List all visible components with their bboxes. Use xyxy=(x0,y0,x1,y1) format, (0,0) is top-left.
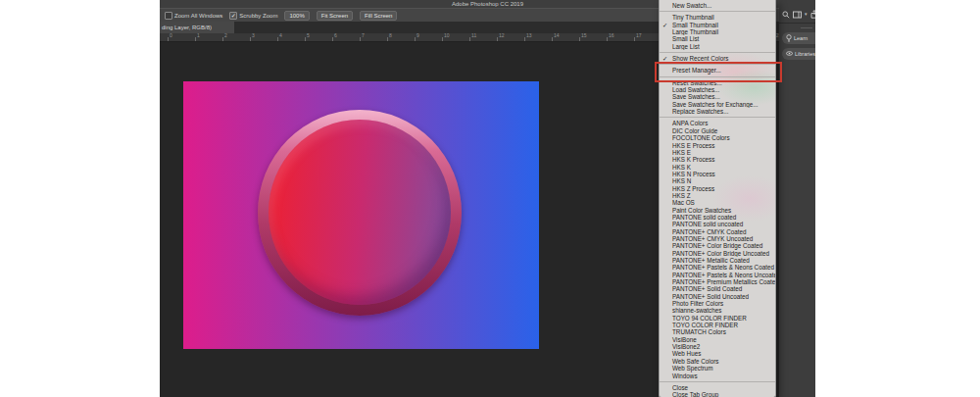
menu-item-toyo-color-finder[interactable]: TOYO COLOR FINDER xyxy=(660,322,775,328)
option-checkbox-zoom-all-windows[interactable]: Zoom All Windows xyxy=(165,12,222,20)
menu-item-pantone-cmyk-coated[interactable]: PANTONE+ CMYK Coated xyxy=(660,228,775,235)
menu-item-pantone-metallic-coated[interactable]: PANTONE+ Metallic Coated xyxy=(660,257,775,264)
checkbox-icon[interactable] xyxy=(165,12,172,20)
ruler-tick-label: 0 xyxy=(170,33,172,38)
menu-item-large-list[interactable]: Large List xyxy=(660,43,775,50)
ruler-tick xyxy=(195,37,196,41)
menu-item-label: PANTONE+ Color Bridge Coated xyxy=(672,242,762,249)
ruler-tick-label: 17 xyxy=(636,33,642,38)
ruler-tick xyxy=(442,37,443,41)
panel-collapse-handle[interactable] xyxy=(801,24,812,28)
menu-item-pantone-pastels-neons-coated[interactable]: PANTONE+ Pastels & Neons Coated xyxy=(660,264,775,271)
ruler-tick-label: 8 xyxy=(389,33,392,38)
menu-item-label: VisiBone2 xyxy=(672,343,700,350)
document-artwork[interactable] xyxy=(183,81,539,349)
lightbulb-icon xyxy=(786,34,792,43)
dock-button-learn[interactable]: Learn xyxy=(782,32,815,44)
menu-item-pantone-pastels-neons-uncoated[interactable]: PANTONE+ Pastels & Neons Uncoated xyxy=(660,272,775,278)
menu-item-pantone-color-bridge-coated[interactable]: PANTONE+ Color Bridge Coated xyxy=(660,242,775,249)
menu-item-visibone2[interactable]: VisiBone2 xyxy=(660,343,775,350)
ruler-tick-label: 6 xyxy=(334,33,337,38)
menu-item-label: HKS Z Process xyxy=(672,185,714,192)
workspace-icon[interactable] xyxy=(793,11,802,19)
right-panel-dock: ▾ LearnLibraries xyxy=(779,0,815,397)
menu-item-web-spectrum[interactable]: Web Spectrum xyxy=(660,365,775,372)
menu-item-pantone-color-bridge-uncoated[interactable]: PANTONE+ Color Bridge Uncoated xyxy=(660,250,775,257)
menu-item-photo-filter-colors[interactable]: Photo Filter Colors xyxy=(660,300,775,307)
menu-item-pantone-solid-coated[interactable]: PANTONE+ Solid Coated xyxy=(660,285,775,292)
menu-item-shianne-swatches[interactable]: shianne-swatches xyxy=(660,307,775,314)
ruler-tick xyxy=(222,37,223,41)
menu-item-trumatch-colors[interactable]: TRUMATCH Colors xyxy=(660,328,775,335)
menu-item-hks-k[interactable]: HKS K xyxy=(660,164,775,171)
menu-item-hks-n-process[interactable]: HKS N Process xyxy=(660,171,775,177)
menu-item-small-thumbnail[interactable]: ✓Small Thumbnail xyxy=(660,22,775,28)
menu-item-label: Mac OS xyxy=(672,199,695,206)
menu-item-hks-z-process[interactable]: HKS Z Process xyxy=(660,185,775,192)
menu-item-hks-e-process[interactable]: HKS E Process xyxy=(660,142,775,149)
menu-item-visibone[interactable]: VisiBone xyxy=(660,336,775,343)
ruler-tick-label: 12 xyxy=(499,33,505,38)
menu-item-replace-swatches[interactable]: Replace Swatches... xyxy=(660,108,775,115)
menu-item-focoltone-colors[interactable]: FOCOLTONE Colors xyxy=(660,134,775,141)
chevron-down-icon[interactable]: ▾ xyxy=(805,12,808,17)
menu-item-save-swatches-for-exchange[interactable]: Save Swatches for Exchange... xyxy=(660,101,775,108)
menu-item-label: DIC Color Guide xyxy=(672,127,717,134)
search-icon[interactable] xyxy=(782,11,790,19)
menu-item-pantone-solid-uncoated[interactable]: PANTONE+ Solid Uncoated xyxy=(660,293,775,300)
menu-item-pantone-solid-uncoated[interactable]: PANTONE solid uncoated xyxy=(660,221,775,227)
menu-item-label: Small Thumbnail xyxy=(672,22,718,28)
options-button-fit-screen[interactable]: Fit Screen xyxy=(317,11,353,21)
menu-item-pantone-premium-metallics-coated[interactable]: PANTONE+ Premium Metallics Coated xyxy=(660,278,775,285)
option-checkbox-scrubby-zoom[interactable]: ✓Scrubby Zoom xyxy=(229,12,277,20)
menu-item-pantone-solid-coated[interactable]: PANTONE solid coated xyxy=(660,214,775,221)
ruler-tick-label: 4 xyxy=(279,33,282,38)
menu-item-label: Small List xyxy=(672,35,699,42)
menu-item-anpa-colors[interactable]: ANPA Colors xyxy=(660,120,775,126)
menu-item-pantone-cmyk-uncoated[interactable]: PANTONE+ CMYK Uncoated xyxy=(660,235,775,242)
menu-item-label: HKS N Process xyxy=(672,171,715,177)
menu-item-tiny-thumbnail[interactable]: Tiny Thumbnail xyxy=(660,14,775,21)
ruler-tick xyxy=(332,37,333,41)
ruler-tick xyxy=(305,37,306,41)
ruler-tick-label: 16 xyxy=(609,33,614,38)
menu-item-mac-os[interactable]: Mac OS xyxy=(660,199,775,206)
ruler-tick-label: 15 xyxy=(581,33,587,38)
menu-item-close[interactable]: Close xyxy=(660,384,775,391)
menu-item-label: HKS K Process xyxy=(672,156,714,163)
ruler-tick xyxy=(387,37,388,41)
ruler-tick xyxy=(360,37,361,41)
menu-item-web-safe-colors[interactable]: Web Safe Colors xyxy=(660,358,775,365)
share-icon[interactable] xyxy=(810,10,815,19)
menu-item-windows[interactable]: Windows xyxy=(660,372,775,379)
options-button-100[interactable]: 100% xyxy=(284,11,309,21)
menu-item-toyo-94-color-finder[interactable]: TOYO 94 COLOR FINDER xyxy=(660,315,775,322)
checkmark-icon: ✓ xyxy=(662,22,667,28)
dock-button-libraries[interactable]: Libraries xyxy=(782,48,815,60)
menu-item-paint-color-swatches[interactable]: Paint Color Swatches xyxy=(660,207,775,214)
menu-item-label: Save Swatches for Exchange... xyxy=(672,101,759,108)
checkbox-icon[interactable]: ✓ xyxy=(229,12,237,20)
menu-item-new-swatch[interactable]: New Swatch... xyxy=(660,2,775,9)
ruler-tick-label: 14 xyxy=(554,33,560,38)
menu-item-hks-z[interactable]: HKS Z xyxy=(660,192,775,199)
menu-item-large-thumbnail[interactable]: Large Thumbnail xyxy=(660,28,775,35)
menu-item-label: PANTONE solid uncoated xyxy=(672,221,743,227)
menu-item-hks-n[interactable]: HKS N xyxy=(660,177,775,184)
menu-item-label: PANTONE+ Color Bridge Uncoated xyxy=(672,250,769,257)
menu-item-dic-color-guide[interactable]: DIC Color Guide xyxy=(660,127,775,134)
menu-item-close-tab-group[interactable]: Close Tab Group xyxy=(660,391,775,397)
menu-item-web-hues[interactable]: Web Hues xyxy=(660,350,775,357)
page-background: { "window": { "title": "Adobe Photoshop … xyxy=(0,0,980,397)
circle-bevel xyxy=(258,110,462,316)
menu-item-label: Show Recent Colors xyxy=(672,55,728,62)
options-button-fill-screen[interactable]: Fill Screen xyxy=(360,11,397,21)
menu-separator xyxy=(660,381,775,382)
circle-inner xyxy=(269,120,451,305)
menu-item-hks-e[interactable]: HKS E xyxy=(660,149,775,156)
menu-item-hks-k-process[interactable]: HKS K Process xyxy=(660,156,775,163)
menu-item-label: shianne-swatches xyxy=(672,307,721,314)
menu-item-load-swatches[interactable]: Load Swatches... xyxy=(660,86,775,93)
menu-item-save-swatches[interactable]: Save Swatches... xyxy=(660,93,775,100)
menu-item-small-list[interactable]: Small List xyxy=(660,35,775,42)
